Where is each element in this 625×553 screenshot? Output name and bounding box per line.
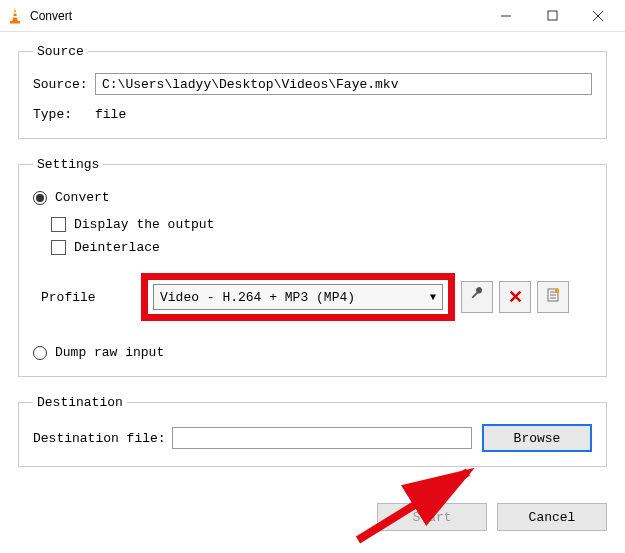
checkbox-icon — [51, 240, 66, 255]
destination-legend: Destination — [33, 395, 127, 410]
footer-buttons: Start Cancel — [0, 497, 625, 531]
destination-group: Destination Destination file: Browse — [18, 395, 607, 467]
new-profile-button[interactable] — [537, 281, 569, 313]
source-legend: Source — [33, 44, 88, 59]
svg-rect-2 — [10, 21, 20, 24]
profile-selected: Video - H.264 + MP3 (MP4) — [160, 290, 355, 305]
radio-icon — [33, 346, 47, 360]
vlc-cone-icon — [6, 7, 24, 25]
svg-rect-4 — [548, 11, 557, 20]
source-group: Source Source: Type: file — [18, 44, 607, 139]
svg-rect-0 — [13, 12, 17, 14]
type-label: Type: — [33, 107, 95, 122]
settings-legend: Settings — [33, 157, 103, 172]
svg-rect-1 — [12, 16, 17, 18]
new-document-icon — [545, 287, 561, 307]
window-title: Convert — [30, 9, 483, 23]
display-output-label: Display the output — [74, 217, 214, 232]
cancel-button[interactable]: Cancel — [497, 503, 607, 531]
type-value: file — [95, 105, 126, 124]
profile-highlight-annotation: Video - H.264 + MP3 (MP4) ▼ — [141, 273, 455, 321]
convert-radio-label: Convert — [55, 190, 110, 205]
dump-raw-label: Dump raw input — [55, 345, 164, 360]
source-label: Source: — [33, 77, 95, 92]
browse-button[interactable]: Browse — [482, 424, 592, 452]
close-button[interactable] — [575, 0, 621, 32]
delete-x-icon: ✕ — [508, 286, 523, 308]
convert-radio[interactable]: Convert — [33, 190, 592, 205]
destination-file-label: Destination file: — [33, 431, 166, 446]
display-output-checkbox[interactable]: Display the output — [51, 217, 592, 232]
start-button[interactable]: Start — [377, 503, 487, 531]
titlebar: Convert — [0, 0, 625, 32]
settings-group: Settings Convert Display the output Dein… — [18, 157, 607, 377]
radio-icon — [33, 191, 47, 205]
chevron-down-icon: ▼ — [430, 292, 436, 303]
delete-profile-button[interactable]: ✕ — [499, 281, 531, 313]
deinterlace-label: Deinterlace — [74, 240, 160, 255]
edit-profile-button[interactable] — [461, 281, 493, 313]
checkbox-icon — [51, 217, 66, 232]
profile-label: Profile — [41, 290, 141, 305]
source-input[interactable] — [95, 73, 592, 95]
wrench-icon — [469, 287, 485, 307]
dump-raw-radio[interactable]: Dump raw input — [33, 345, 592, 360]
destination-file-input[interactable] — [172, 427, 472, 449]
profile-dropdown[interactable]: Video - H.264 + MP3 (MP4) ▼ — [153, 284, 443, 310]
deinterlace-checkbox[interactable]: Deinterlace — [51, 240, 592, 255]
window-controls — [483, 0, 621, 32]
svg-point-11 — [555, 289, 559, 293]
minimize-button[interactable] — [483, 0, 529, 32]
maximize-button[interactable] — [529, 0, 575, 32]
